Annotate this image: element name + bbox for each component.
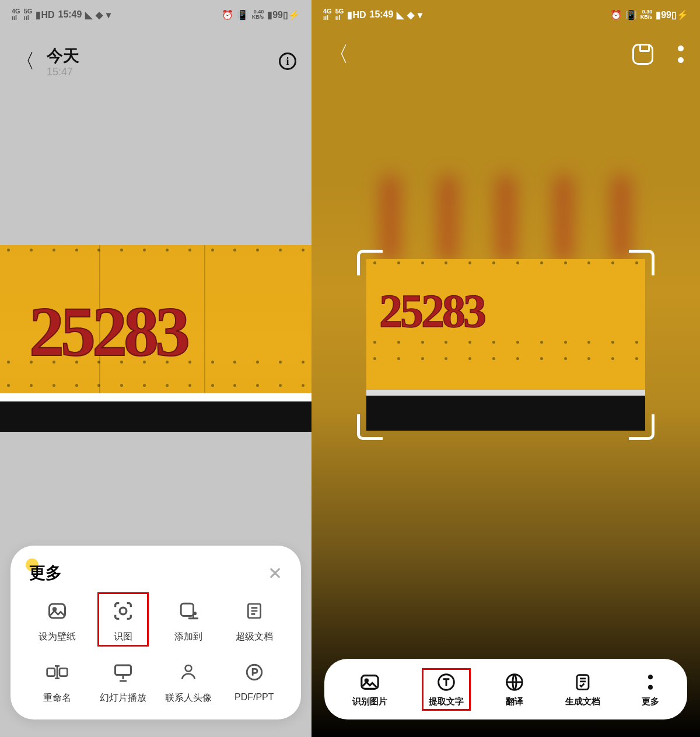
image-icon <box>47 598 68 624</box>
battery-indicator: ▮99▯⚡ <box>656 9 688 20</box>
document-lines-icon <box>245 598 264 624</box>
status-bar: 4Gııl 5Gııl ▮HD 15:49 ◣◆▾ ⏰ 📳 0.30KB/s ▮… <box>312 0 700 29</box>
back-button[interactable]: 〈 <box>328 40 349 69</box>
status-bar: 4Gııl 5Gııl ▮HD 15:49 ◣◆▾ ⏰ 📳 0.40KB/s ▮… <box>0 0 312 29</box>
pdf-ppt-button[interactable]: PDF/PPT <box>222 659 288 704</box>
crop-frame[interactable]: 25283 <box>357 250 654 440</box>
sheet-title: 更多 <box>29 562 62 584</box>
crop-number-text: 25283 <box>379 285 484 338</box>
more-menu-button[interactable] <box>678 46 684 63</box>
scan-header: 〈 <box>312 34 700 75</box>
dots-icon <box>647 672 654 693</box>
person-icon <box>179 659 198 685</box>
panel-number-text: 25283 <box>29 292 187 372</box>
image-icon <box>360 672 380 693</box>
svg-point-2 <box>120 607 127 614</box>
vibrate-icon: 📳 <box>625 9 637 20</box>
crop-handle-bl[interactable] <box>357 414 383 440</box>
crop-handle-tr[interactable] <box>629 250 654 275</box>
scan-icon <box>111 598 135 624</box>
action-grid: 设为壁纸 识图 添加到 超级文档 重命名 <box>24 598 287 704</box>
recognize-image-button[interactable]: 识别图片 <box>352 672 387 707</box>
save-button[interactable] <box>632 44 653 65</box>
alarm-icon: ⏰ <box>222 9 233 20</box>
more-button[interactable]: 更多 <box>642 672 659 707</box>
back-button[interactable]: 〈 <box>15 48 35 75</box>
svg-point-15 <box>648 675 653 679</box>
info-button[interactable]: i <box>279 53 296 70</box>
photo-content[interactable]: 25283 <box>0 245 312 432</box>
battery-indicator: ▮99▯⚡ <box>267 9 300 20</box>
close-button[interactable]: ✕ <box>268 563 282 584</box>
svg-rect-7 <box>115 665 131 675</box>
file-p-icon <box>244 659 264 685</box>
globe-icon <box>505 672 524 693</box>
set-wallpaper-button[interactable]: 设为壁纸 <box>24 598 90 643</box>
text-circle-icon <box>437 672 456 693</box>
svg-rect-5 <box>47 668 55 676</box>
svg-point-16 <box>648 684 653 689</box>
page-subtitle: 15:47 <box>47 66 79 78</box>
crop-handle-br[interactable] <box>629 414 654 440</box>
extract-text-button[interactable]: 提取文字 <box>429 672 464 707</box>
generate-doc-button[interactable]: 生成文档 <box>565 672 600 707</box>
rename-button[interactable]: 重命名 <box>24 659 90 704</box>
page-title: 今天 <box>47 45 79 67</box>
presentation-icon <box>113 659 134 685</box>
svg-rect-6 <box>60 668 67 676</box>
add-square-icon <box>178 598 198 624</box>
clock: 15:49 <box>369 9 393 20</box>
add-to-button[interactable]: 添加到 <box>156 598 222 643</box>
vibrate-icon: 📳 <box>237 9 249 20</box>
crop-handle-tl[interactable] <box>357 250 383 275</box>
rename-icon <box>46 659 69 685</box>
contact-avatar-button[interactable]: 联系人头像 <box>156 659 222 704</box>
hd-indicator: ▮HD <box>36 9 54 20</box>
super-doc-button[interactable]: 超级文档 <box>222 598 288 643</box>
clock: 15:49 <box>58 9 82 20</box>
translate-button[interactable]: 翻译 <box>505 672 524 707</box>
scan-action-bar: 识别图片 提取文字 翻译 生成文档 更多 <box>324 659 687 719</box>
screen-text-extract: 4Gııl 5Gııl ▮HD 15:49 ◣◆▾ ⏰ 📳 0.30KB/s ▮… <box>312 0 700 737</box>
svg-rect-0 <box>50 604 65 618</box>
photo-header: 〈 今天 15:47 i <box>0 41 312 82</box>
more-actions-sheet: 更多 ✕ 设为壁纸 识图 添加到 <box>10 546 301 719</box>
svg-point-8 <box>186 665 192 672</box>
slideshow-button[interactable]: 幻灯片播放 <box>90 659 156 704</box>
svg-rect-3 <box>181 603 194 616</box>
doc-check-icon <box>574 672 592 693</box>
screen-photo-viewer: 4Gııl 5Gııl ▮HD 15:49 ◣◆▾ ⏰ 📳 0.40KB/s ▮… <box>0 0 312 737</box>
alarm-icon: ⏰ <box>610 9 622 20</box>
recognize-button[interactable]: 识图 <box>90 598 156 643</box>
